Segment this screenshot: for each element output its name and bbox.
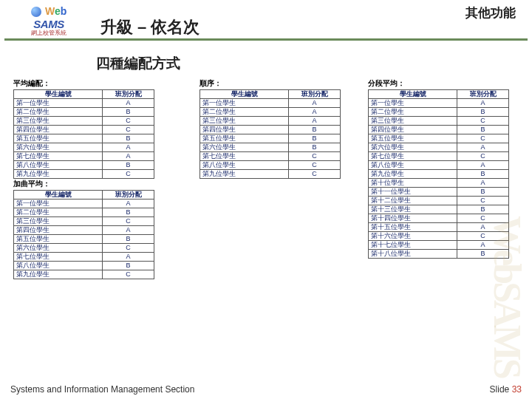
header: Web SAMS 網上校管系統 升級 – 依名次 — [0, 0, 532, 38]
table-row: 第五位學生B — [14, 234, 154, 243]
logo-subtitle: 網上校管系統 — [31, 29, 66, 37]
table-weighted-group: 加曲平均： 學生編號班別分配 第一位學生A第二位學生B第三位學生C第四位學生A第… — [13, 180, 157, 279]
table-segment-group: 分段平均： 學生編號班別分配 第一位學生A第二位學生B第三位學生C第四位學生B第… — [368, 79, 512, 259]
table-segment: 學生編號班別分配 第一位學生A第二位學生B第三位學生C第四位學生B第五位學生C第… — [368, 89, 509, 259]
websams-logo: Web SAMS 網上校管系統 — [4, 3, 93, 38]
table-weighted: 學生編號班別分配 第一位學生A第二位學生B第三位學生C第四位學生A第五位學生B第… — [13, 190, 154, 279]
table-row: 第二位學生B — [14, 208, 154, 216]
table-row: 第一位學生A — [14, 98, 154, 107]
table-row: 第八位學生B — [14, 160, 154, 169]
table-row: 第一位學生A — [369, 98, 509, 107]
table-row: 第十五位學生A — [369, 222, 509, 231]
table-row: 第十七位學生A — [369, 240, 509, 249]
col-class: 班別分配 — [457, 89, 509, 98]
table-order-group: 順序： 學生編號班別分配 第一位學生A第二位學生A第三位學生A第四位學生B第五位… — [200, 79, 344, 179]
table-row: 第二位學生B — [369, 107, 509, 116]
table-row: 第六位學生B — [200, 143, 341, 151]
table-avg-label: 平均編配： — [13, 79, 157, 88]
table-avg: 學生編號班別分配 第一位學生A第二位學生B第三位學生C第四位學生C第五位學生B第… — [13, 89, 154, 179]
slide-number: Slide 33 — [490, 384, 522, 395]
table-row: 第十三位學生B — [369, 205, 509, 214]
table-segment-label: 分段平均： — [368, 79, 512, 88]
table-row: 第十八位學生B — [369, 249, 509, 258]
table-weighted-label: 加曲平均： — [13, 180, 157, 188]
table-row: 第八位學生A — [369, 160, 509, 169]
table-row: 第十一位學生B — [369, 187, 509, 196]
table-row: 第八位學生C — [200, 160, 341, 169]
table-row: 第九位學生B — [369, 169, 509, 178]
table-row: 第七位學生A — [14, 252, 154, 261]
footer-left: Systems and Information Management Secti… — [10, 384, 194, 395]
table-row: 第四位學生B — [369, 125, 509, 134]
footer: Systems and Information Management Secti… — [0, 384, 532, 395]
col-student: 學生編號 — [200, 89, 289, 98]
col-class: 班別分配 — [103, 190, 154, 199]
col-student: 學生編號 — [14, 89, 103, 98]
table-row: 第十四位學生C — [369, 214, 509, 222]
table-row: 第二位學生B — [14, 107, 154, 116]
corner-label: 其他功能 — [466, 4, 516, 21]
table-row: 第四位學生B — [200, 125, 341, 134]
logo-web-text: Web — [45, 5, 66, 17]
title-divider — [4, 38, 528, 41]
table-row: 第三位學生C — [14, 216, 154, 225]
table-row: 第八位學生B — [14, 261, 154, 270]
table-row: 第四位學生A — [14, 225, 154, 234]
table-row: 第三位學生C — [14, 116, 154, 125]
table-row: 第六位學生C — [14, 243, 154, 252]
table-row: 第五位學生B — [14, 134, 154, 143]
slide-title: 升級 – 依名次 — [100, 16, 528, 38]
table-row: 第九位學生C — [200, 169, 341, 178]
table-row: 第六位學生A — [14, 143, 154, 151]
table-order: 學生編號班別分配 第一位學生A第二位學生A第三位學生A第四位學生B第五位學生B第… — [200, 89, 341, 179]
table-avg-group: 平均編配： 學生編號班別分配 第一位學生A第二位學生B第三位學生C第四位學生C第… — [13, 79, 157, 179]
table-row: 第二位學生A — [200, 107, 341, 116]
col-class: 班別分配 — [103, 89, 154, 98]
table-row: 第五位學生B — [200, 134, 341, 143]
table-row: 第十二位學生C — [369, 196, 509, 205]
table-row: 第一位學生A — [200, 98, 341, 107]
table-row: 第三位學生A — [200, 116, 341, 125]
col-student: 學生編號 — [369, 89, 457, 98]
globe-icon — [31, 7, 41, 17]
table-row: 第七位學生C — [369, 151, 509, 160]
table-row: 第九位學生C — [14, 270, 154, 279]
table-row: 第五位學生C — [369, 134, 509, 143]
slide-subtitle: 四種編配方式 — [96, 54, 532, 73]
table-order-label: 順序： — [200, 79, 344, 88]
table-row: 第四位學生C — [14, 125, 154, 134]
table-row: 第一位學生A — [14, 199, 154, 208]
table-row: 第七位學生A — [14, 151, 154, 160]
table-row: 第十六位學生C — [369, 231, 509, 240]
col-class: 班別分配 — [289, 89, 341, 98]
table-row: 第九位學生C — [14, 169, 154, 178]
table-row: 第六位學生A — [369, 143, 509, 151]
col-student: 學生編號 — [14, 190, 103, 199]
table-row: 第七位學生C — [200, 151, 341, 160]
table-row: 第十位學生A — [369, 178, 509, 187]
table-row: 第三位學生C — [369, 116, 509, 125]
